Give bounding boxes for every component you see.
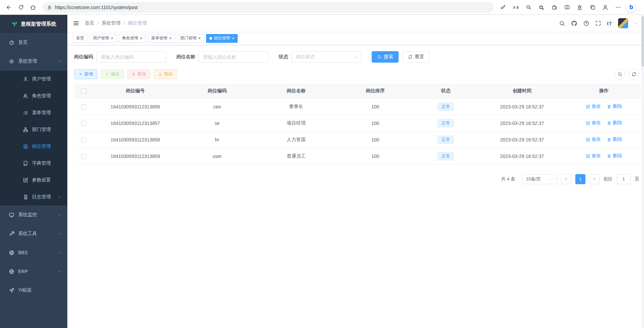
browser-home-button[interactable] [27,2,39,13]
browser-refresh-button[interactable] [15,2,27,13]
prev-page-button[interactable] [561,174,571,184]
sidebar-item-parameter-settings[interactable]: 参数设置 [0,172,67,189]
split-screen-button[interactable] [561,2,573,13]
goto-page-input[interactable] [617,174,631,184]
breadcrumb-home[interactable]: 首页 [85,20,94,26]
collapse-sidebar-button[interactable] [73,20,79,27]
cell-created: 2023-03-29 18:52:37 [477,148,567,164]
table-options [614,69,641,79]
password-button[interactable] [497,2,509,13]
row-checkbox[interactable] [81,121,86,126]
github-icon [571,20,577,27]
breadcrumb-system[interactable]: 系统管理 [102,20,121,26]
row-delete-link[interactable]: 删除 [607,136,622,142]
tab-close-icon[interactable]: × [140,36,143,40]
status-select[interactable]: 岗位状态 [292,51,362,63]
add-button[interactable]: 新增 [74,69,97,79]
row-edit-link[interactable]: 修改 [586,153,601,159]
extensions-button[interactable] [548,2,560,13]
tab-close-icon[interactable]: × [232,36,234,40]
delete-button[interactable]: 删除 [127,69,150,79]
tab-home[interactable]: 首页 [73,34,88,43]
tab-label: 部门管理 [180,35,197,41]
sidebar-item-bbs[interactable]: BBS [0,243,67,262]
search-button[interactable]: 搜索 [372,51,399,63]
export-button[interactable]: 导出 [154,69,177,79]
cell-post-code: se [178,115,257,131]
add-favorite-button[interactable] [535,2,547,13]
page-size-select[interactable]: 10条/页 [522,174,557,184]
search-icon [559,20,565,27]
row-delete-link[interactable]: 删除 [607,153,622,159]
github-button[interactable] [571,20,577,27]
sidebar-item-post-management[interactable]: 岗位管理 [0,138,67,155]
search-icon [377,55,382,59]
post-name-input[interactable] [199,51,269,63]
header-search-button[interactable] [559,20,565,27]
row-checkbox[interactable] [81,104,86,109]
row-delete-link[interactable]: 删除 [607,103,622,109]
user-avatar[interactable] [618,18,628,28]
gear-icon [9,59,14,64]
sidebar-item-yi-framework[interactable]: Yi框架 [0,281,67,300]
chevron-down-icon[interactable] [634,21,638,25]
sidebar-item-role-management[interactable]: 角色管理 [0,88,67,104]
url-text: https://ccnetcore.com:1101/system/post [55,5,138,10]
sidebar-item-dictionary-management[interactable]: 字典管理 [0,155,67,172]
browser-menu-button[interactable] [612,2,624,13]
collections-button[interactable] [586,2,599,13]
sidebar-item-home[interactable]: 首页 [0,33,67,52]
row-edit-link[interactable]: 修改 [586,136,601,142]
tab-user-management[interactable]: 用户管理 × [90,34,117,43]
tab-close-icon[interactable]: × [169,36,172,40]
address-bar[interactable]: https://ccnetcore.com:1101/system/post [42,2,494,13]
filter-post-code: 岗位编码 [74,51,166,63]
row-delete-link[interactable]: 删除 [607,120,622,126]
row-edit-link[interactable]: 修改 [586,120,601,126]
sidebar-item-log-management[interactable]: 日志管理 [0,189,67,205]
sidebar-item-system-tools[interactable]: 系统工具 [0,224,67,243]
sidebar-item-menu-management[interactable]: 菜单管理 [0,104,67,121]
reset-button[interactable]: 重置 [403,51,430,63]
help-button[interactable] [583,20,589,27]
select-all-checkbox[interactable] [81,89,86,94]
status-select-placeholder: 岗位状态 [296,54,315,60]
tab-post-management[interactable]: 岗位管理 × [206,34,238,43]
sidebar-item-system-monitoring[interactable]: 系统监控 [0,205,67,224]
favorites-bar-button[interactable] [574,2,586,13]
page-size-value: 10条/页 [526,176,541,182]
tab-department-management[interactable]: 部门管理 × [177,34,204,43]
post-code-input[interactable] [96,51,166,63]
zoom-out-button[interactable] [522,2,535,13]
top-navbar: 首页 / 系统管理 / 岗位管理 tT [67,15,644,32]
font-size-button[interactable]: tT [607,21,612,26]
trash-icon [607,104,611,109]
fullscreen-icon [595,20,601,26]
tab-menu-management[interactable]: 菜单管理 × [148,34,175,43]
tab-close-icon[interactable]: × [198,36,201,40]
pencil-icon [105,72,109,76]
refresh-table-button[interactable] [629,69,639,79]
row-checkbox[interactable] [81,137,86,142]
toggle-search-button[interactable] [614,69,625,79]
browser-profile-button[interactable] [599,2,611,13]
current-page-button[interactable]: 1 [575,174,585,184]
sidebar-item-department-management[interactable]: 部门管理 [0,121,67,138]
sidebar-item-label: Yi框架 [18,287,32,293]
browser-back-button[interactable] [3,2,15,13]
row-checkbox[interactable] [81,154,86,159]
fullscreen-button[interactable] [595,20,601,26]
tab-close-icon[interactable]: × [111,36,113,40]
sidebar-item-erp[interactable]: ERP [0,262,67,281]
edit-button[interactable]: 修改 [101,69,124,79]
row-edit-link[interactable]: 修改 [586,103,601,109]
tab-label: 首页 [76,35,84,41]
sidebar-item-user-management[interactable]: 用户管理 [0,71,67,88]
next-page-button[interactable] [589,174,600,184]
sidebar-item-system-management[interactable]: 系统管理 [0,52,67,71]
read-aloud-button[interactable] [510,2,522,13]
bing-button[interactable]: b [626,2,636,12]
filter-status: 状态 岗位状态 [279,51,362,63]
tab-role-management[interactable]: 角色管理 × [119,34,146,43]
page-scrollbar[interactable] [641,15,644,328]
